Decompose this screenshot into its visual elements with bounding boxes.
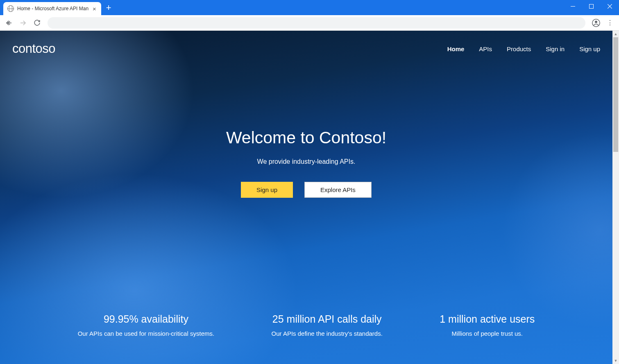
forward-button[interactable] <box>17 17 29 29</box>
signup-button[interactable]: Sign up <box>241 182 293 198</box>
minimize-button[interactable] <box>564 0 582 12</box>
browser-titlebar: Home - Microsoft Azure API Man × + <box>0 0 619 15</box>
globe-icon <box>7 5 14 12</box>
stat-sub: Our APIs can be used for mission-critica… <box>78 330 214 337</box>
nav-apis[interactable]: APIs <box>479 45 492 52</box>
svg-point-8 <box>595 20 597 23</box>
reload-button[interactable] <box>31 17 43 29</box>
stat-api-calls: 25 million API calls daily Our APIs defi… <box>272 313 383 337</box>
scroll-thumb[interactable] <box>613 37 618 152</box>
scroll-up-icon[interactable]: ▲ <box>612 31 619 37</box>
address-bar[interactable] <box>48 17 585 29</box>
hero-title: Welcome to Contoso! <box>0 128 612 147</box>
tab-title: Home - Microsoft Azure API Man <box>17 6 88 11</box>
stat-sub: Our APIs define the industry's standards… <box>272 330 383 337</box>
window-controls <box>564 0 619 15</box>
stat-title: 99.95% availability <box>78 313 214 325</box>
hero-subtitle: We provide industry-leading APIs. <box>0 158 612 165</box>
hero-buttons: Sign up Explore APIs <box>0 182 612 198</box>
browser-tab[interactable]: Home - Microsoft Azure API Man × <box>3 2 101 15</box>
nav-signin[interactable]: Sign in <box>546 45 565 52</box>
main-nav: Home APIs Products Sign in Sign up <box>447 45 600 52</box>
scrollbar[interactable]: ▲ ▼ <box>612 31 619 364</box>
stats-row: 99.95% availability Our APIs can be used… <box>0 313 612 337</box>
scroll-down-icon[interactable]: ▼ <box>612 357 619 364</box>
stat-active-users: 1 million active users Millions of peopl… <box>440 313 535 337</box>
hero-content: Welcome to Contoso! We provide industry-… <box>0 128 612 198</box>
close-tab-icon[interactable]: × <box>92 6 97 12</box>
browser-menu-button[interactable]: ⋮ <box>604 17 616 29</box>
nav-signup[interactable]: Sign up <box>579 45 600 52</box>
back-button[interactable] <box>3 17 15 29</box>
svg-rect-1 <box>590 4 594 8</box>
nav-home[interactable]: Home <box>447 45 465 52</box>
explore-apis-button[interactable]: Explore APIs <box>304 182 372 198</box>
stat-title: 25 million API calls daily <box>272 313 383 325</box>
site-logo[interactable]: contoso <box>12 41 55 56</box>
tab-strip: Home - Microsoft Azure API Man × + <box>0 0 116 15</box>
browser-toolbar: ⋮ <box>0 15 619 31</box>
new-tab-button[interactable]: + <box>101 2 116 15</box>
nav-products[interactable]: Products <box>507 45 531 52</box>
profile-button[interactable] <box>590 17 602 29</box>
close-window-button[interactable] <box>601 0 619 12</box>
stat-title: 1 million active users <box>440 313 535 325</box>
site-header: contoso Home APIs Products Sign in Sign … <box>0 31 612 56</box>
stat-sub: Millions of people trust us. <box>440 330 535 337</box>
hero-section: contoso Home APIs Products Sign in Sign … <box>0 31 612 364</box>
maximize-button[interactable] <box>582 0 601 12</box>
stat-availability: 99.95% availability Our APIs can be used… <box>78 313 214 337</box>
viewport: contoso Home APIs Products Sign in Sign … <box>0 31 619 364</box>
